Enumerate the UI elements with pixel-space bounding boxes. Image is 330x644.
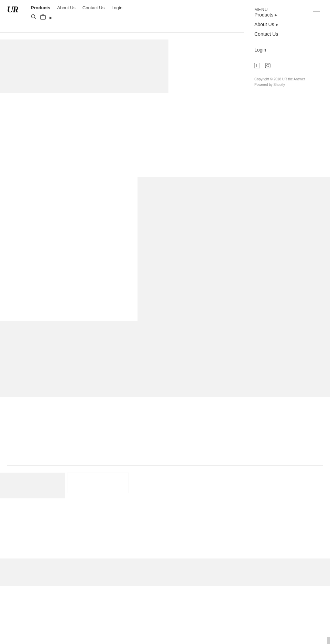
logo-icon: UR xyxy=(7,5,28,14)
nav-products[interactable]: Products xyxy=(31,5,50,10)
product-section-2 xyxy=(0,321,330,397)
menu-item-contact-us[interactable]: Contact Us xyxy=(254,31,320,37)
product-thumb-row xyxy=(0,466,330,500)
svg-rect-5 xyxy=(265,63,270,68)
menu-item-products[interactable]: Products ▶ xyxy=(254,12,320,18)
nav-area: Products About Us Contact Us Login xyxy=(31,3,122,21)
nav-about-us[interactable]: About Us xyxy=(57,5,75,10)
product-right xyxy=(138,177,330,321)
menu-item-about-label: About Us xyxy=(254,22,274,27)
nav-top: Products About Us Contact Us Login xyxy=(31,5,122,10)
menu-about-arrow: ▶ xyxy=(276,23,278,26)
mobile-menu-overlay: MENU — Products ▶ About Us ▶ Contact Us … xyxy=(244,0,330,117)
thumb-image-1 xyxy=(0,473,65,498)
cart-icon[interactable] xyxy=(40,14,46,21)
thumb-image-2 xyxy=(67,473,129,493)
svg-rect-2 xyxy=(41,15,45,19)
facebook-icon[interactable]: f xyxy=(254,63,260,70)
svg-text:f: f xyxy=(256,64,257,68)
svg-point-0 xyxy=(32,15,35,18)
product-section-1 xyxy=(0,177,330,321)
instagram-icon[interactable] xyxy=(265,63,271,70)
menu-item-contact-label: Contact Us xyxy=(254,31,278,37)
menu-login-link[interactable]: Login xyxy=(254,47,320,53)
menu-close-button[interactable]: — xyxy=(313,7,320,15)
powered-by-text: Powered by Shopify xyxy=(254,82,320,88)
menu-label: MENU xyxy=(254,7,268,12)
white-space-3 xyxy=(0,500,330,558)
svg-point-6 xyxy=(267,65,269,67)
copyright-text: Copyright © 2018 UR the Answer xyxy=(254,77,320,82)
scrollbar-bottom xyxy=(327,637,330,644)
expand-icon[interactable]: ▶ xyxy=(50,16,52,20)
menu-items-list: Products ▶ About Us ▶ Contact Us xyxy=(254,12,320,37)
svg-point-7 xyxy=(269,64,270,65)
menu-item-products-label: Products xyxy=(254,12,273,18)
menu-products-arrow: ▶ xyxy=(275,13,277,17)
nav-login[interactable]: Login xyxy=(111,5,122,10)
menu-social-links: f xyxy=(254,63,320,70)
menu-copyright: Copyright © 2018 UR the Answer Powered b… xyxy=(254,77,320,88)
nav-contact-us[interactable]: Contact Us xyxy=(82,5,104,10)
hero-image xyxy=(0,39,168,93)
search-icon[interactable] xyxy=(31,14,36,21)
svg-rect-3 xyxy=(254,63,260,68)
white-space-2 xyxy=(0,397,330,465)
product-left xyxy=(0,177,138,321)
nav-icons: ▶ xyxy=(31,14,122,21)
svg-line-1 xyxy=(35,18,36,20)
footer xyxy=(0,558,330,586)
menu-item-about-us[interactable]: About Us ▶ xyxy=(254,22,320,27)
logo[interactable]: UR xyxy=(7,5,28,14)
